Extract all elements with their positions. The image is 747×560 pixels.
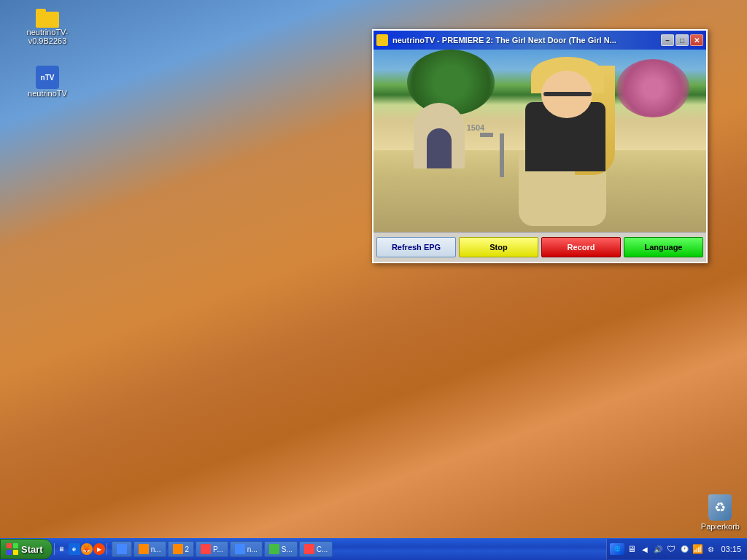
taskbar-item-4-icon: [201, 544, 211, 554]
svg-rect-2: [7, 550, 12, 555]
window-title-icon: [376, 34, 388, 46]
video-area[interactable]: 1504: [374, 50, 706, 232]
taskbar-item-2-label: n...: [151, 545, 161, 553]
system-tray: 🌐 🖥 ◀ 🔊 🛡 🕐 📶 ⚙ 03:15: [606, 539, 747, 559]
taskbar-item-6[interactable]: S...: [264, 541, 298, 557]
start-button[interactable]: Start: [0, 539, 53, 559]
maximize-button[interactable]: □: [676, 34, 689, 46]
tray-icon-extra2[interactable]: ⚙: [705, 543, 716, 555]
close-button[interactable]: ✕: [690, 34, 703, 46]
controls-area: Refresh EPG Stop Record Language: [374, 232, 706, 262]
video-content: 1504: [374, 50, 706, 232]
ie-quicklaunch-icon[interactable]: e: [69, 543, 80, 555]
antivirus-icon[interactable]: 🛡: [665, 543, 677, 555]
taskbar-item-3[interactable]: 2: [168, 541, 195, 557]
taskbar-item-1-icon: [117, 544, 127, 554]
taskbar: Start 🖥 e 🦊 ▶ n...: [0, 538, 747, 560]
folder-icon-label: neutrinoTV-v0.9B2263: [22, 28, 73, 45]
media-player-window: neutrinoTV - PREMIERE 2: The Girl Next D…: [372, 29, 708, 263]
neutrinotv-icon-image: nTV: [36, 66, 59, 89]
ff-quicklaunch-icon[interactable]: 🦊: [81, 543, 93, 555]
window-title-text: neutrinoTV - PREMIERE 2: The Girl Next D…: [390, 36, 659, 44]
taskbar-item-5-label: n...: [247, 545, 258, 553]
tray-arrow[interactable]: ◀: [639, 543, 651, 555]
taskbar-item-1[interactable]: [112, 541, 132, 557]
taskbar-item-2[interactable]: n...: [133, 541, 166, 557]
taskbar-item-7-label: C...: [317, 545, 328, 553]
language-button[interactable]: Language: [624, 237, 703, 257]
taskbar-item-7-icon: [304, 544, 314, 554]
neutrinotv-icon-label: neutrinoTV: [28, 89, 67, 98]
recycle-bin-image: [708, 494, 732, 521]
taskbar-item-3-icon: [173, 544, 183, 554]
desktop: neutrinoTV-v0.9B2263 nTV neutrinoTV Papi…: [0, 0, 747, 560]
network-icon[interactable]: 🖥: [626, 543, 638, 555]
svg-rect-3: [13, 550, 18, 555]
minimize-button[interactable]: –: [661, 34, 674, 46]
system-clock: 03:15: [718, 545, 744, 553]
taskbar-item-7[interactable]: C...: [299, 541, 333, 557]
folder-icon[interactable]: neutrinoTV-v0.9B2263: [22, 7, 73, 45]
language-flag: 🌐: [614, 546, 621, 552]
window-titlebar: neutrinoTV - PREMIERE 2: The Girl Next D…: [374, 31, 706, 50]
taskbar-item-5-icon: [235, 544, 245, 554]
taskbar-item-6-label: S...: [282, 545, 293, 553]
recycle-bin-icon[interactable]: Papierkorb: [701, 494, 740, 531]
taskbar-item-4-label: P...: [213, 545, 223, 553]
window-controls: – □ ✕: [661, 34, 703, 46]
taskbar-item-4[interactable]: P...: [196, 541, 228, 557]
taskbar-item-5[interactable]: n...: [230, 541, 263, 557]
taskbar-items: n... 2 P... n... S... C...: [109, 541, 607, 557]
refresh-epg-button[interactable]: Refresh EPG: [376, 237, 456, 257]
wmp-quicklaunch-icon[interactable]: ▶: [93, 543, 105, 555]
neutrinotv-desktop-icon[interactable]: nTV neutrinoTV: [22, 66, 73, 98]
language-indicator[interactable]: 🌐: [610, 543, 624, 555]
clock-icon: 🕐: [678, 543, 690, 555]
taskbar-item-2-icon: [139, 544, 149, 554]
record-button[interactable]: Record: [541, 237, 621, 257]
windows-logo-icon: [7, 543, 18, 555]
svg-rect-1: [13, 543, 18, 548]
stop-button[interactable]: Stop: [459, 237, 538, 257]
recycle-bin-label: Papierkorb: [701, 522, 740, 531]
svg-rect-0: [7, 543, 12, 548]
show-desktop-icon[interactable]: 🖥: [56, 543, 68, 555]
taskbar-item-3-label: 2: [185, 545, 190, 553]
quick-launch-area: 🖥 e 🦊 ▶: [54, 543, 107, 555]
volume-icon[interactable]: 🔊: [652, 543, 664, 555]
folder-icon-image: [36, 7, 59, 28]
tray-icon-extra1[interactable]: 📶: [692, 543, 703, 555]
taskbar-item-6-icon: [269, 544, 279, 554]
